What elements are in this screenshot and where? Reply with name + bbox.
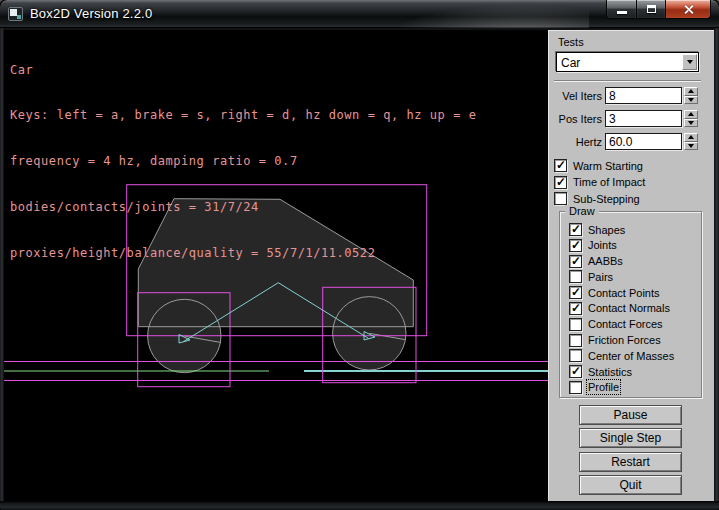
app-window: Box2D Version 2.2.0 bbox=[0, 0, 719, 510]
stat-line-bodies: bodies/contacts/joints = 31/7/24 bbox=[10, 200, 476, 215]
checkbox-label: Center of Masses bbox=[588, 350, 674, 362]
pos-iters-down-button[interactable] bbox=[684, 119, 698, 128]
hertz-row: Hertz 60.0 bbox=[549, 133, 698, 150]
close-button[interactable] bbox=[666, 0, 711, 19]
checkbox-label: Warm Starting bbox=[573, 160, 643, 172]
checkbox-box[interactable]: ✓ bbox=[569, 239, 582, 252]
vel-iters-down-button[interactable] bbox=[684, 96, 698, 105]
checkbox-box[interactable]: ✓ bbox=[554, 176, 567, 189]
checkbox-contact-points[interactable]: ✓ Contact Points bbox=[569, 286, 674, 299]
checkbox-label: Profile bbox=[588, 381, 619, 393]
checkbox-warm-starting[interactable]: ✓ Warm Starting bbox=[554, 159, 643, 172]
debug-stats-text: Car Keys: left = a, brake = s, right = d… bbox=[10, 32, 476, 292]
checkbox-label: Sub-Stepping bbox=[573, 193, 640, 205]
arrow-up-icon bbox=[688, 112, 694, 116]
caption-buttons bbox=[606, 0, 711, 19]
arrow-down-icon bbox=[688, 121, 694, 125]
window-border-right bbox=[714, 28, 719, 501]
checkbox-box[interactable]: ✓ bbox=[569, 286, 582, 299]
titlebar-gloss bbox=[369, 0, 589, 28]
arrow-down-icon bbox=[688, 144, 694, 148]
hertz-down-button[interactable] bbox=[684, 142, 698, 151]
simulation-canvas[interactable]: Car Keys: left = a, brake = s, right = d… bbox=[4, 30, 548, 501]
hertz-up-button[interactable] bbox=[684, 133, 698, 142]
tests-dropdown-value: Car bbox=[561, 56, 580, 70]
checkbox-contact-normals[interactable]: ✓ Contact Normals bbox=[569, 302, 674, 315]
checkbox-label: Shapes bbox=[588, 224, 625, 236]
app-icon bbox=[8, 7, 23, 21]
checkbox-label: Contact Points bbox=[588, 287, 660, 299]
window-border-bottom bbox=[0, 501, 719, 510]
checkbox-statistics[interactable]: ✓ Statistics bbox=[569, 365, 674, 378]
checkbox-sub-stepping[interactable]: ✓ Sub-Stepping bbox=[554, 192, 640, 205]
vel-iters-up-button[interactable] bbox=[684, 87, 698, 96]
close-icon bbox=[683, 4, 694, 15]
checkbox-box[interactable]: ✓ bbox=[569, 223, 582, 236]
stat-line-keys: Keys: left = a, brake = s, right = d, hz… bbox=[10, 108, 476, 123]
checkbox-friction-forces[interactable]: ✓ Friction Forces bbox=[569, 334, 674, 347]
checkbox-label: Statistics bbox=[588, 366, 632, 378]
checkbox-shapes[interactable]: ✓ Shapes bbox=[569, 223, 674, 236]
checkbox-box[interactable]: ✓ bbox=[569, 318, 582, 331]
checkbox-label: Contact Forces bbox=[588, 318, 663, 330]
chevron-down-icon bbox=[687, 60, 693, 64]
tests-dropdown[interactable]: Car bbox=[556, 52, 699, 72]
checkbox-box[interactable]: ✓ bbox=[554, 192, 567, 205]
window-title: Box2D Version 2.2.0 bbox=[30, 6, 152, 21]
checkbox-contact-forces[interactable]: ✓ Contact Forces bbox=[569, 318, 674, 331]
hertz-input[interactable]: 60.0 bbox=[605, 133, 682, 150]
pause-button[interactable]: Pause bbox=[579, 405, 682, 425]
dropdown-arrow-button[interactable] bbox=[682, 54, 697, 70]
check-mark-icon: ✓ bbox=[571, 301, 581, 315]
title-bar[interactable]: Box2D Version 2.2.0 bbox=[0, 0, 719, 28]
pos-iters-input[interactable]: 3 bbox=[605, 110, 682, 127]
check-mark-icon: ✓ bbox=[556, 175, 566, 189]
iteration-spinners: Vel Iters 8 Pos Iters 3 Hert bbox=[549, 87, 698, 156]
checkbox-label: Joints bbox=[588, 239, 617, 251]
tests-label: Tests bbox=[558, 36, 584, 48]
check-mark-icon: ✓ bbox=[556, 158, 566, 172]
draw-group: Draw ✓ Shapes ✓ Joints ✓ AABBs bbox=[559, 211, 702, 398]
check-mark-icon: ✓ bbox=[571, 364, 581, 378]
hertz-label: Hertz bbox=[549, 136, 605, 148]
checkbox-time-of-impact[interactable]: ✓ Time of Impact bbox=[554, 176, 645, 189]
checkbox-pairs[interactable]: ✓ Pairs bbox=[569, 270, 674, 283]
checkbox-box[interactable]: ✓ bbox=[554, 159, 567, 172]
draw-group-title: Draw bbox=[565, 205, 599, 217]
minimize-button[interactable] bbox=[606, 0, 637, 19]
vel-iters-stepper bbox=[684, 87, 698, 104]
separator-line bbox=[554, 80, 701, 82]
check-mark-icon: ✓ bbox=[571, 238, 581, 252]
arrow-down-icon bbox=[688, 98, 694, 102]
checkbox-box[interactable]: ✓ bbox=[569, 255, 582, 268]
pos-iters-stepper bbox=[684, 110, 698, 127]
stat-line-title: Car bbox=[10, 63, 476, 78]
checkbox-label: Pairs bbox=[588, 271, 613, 283]
pos-iters-up-button[interactable] bbox=[684, 110, 698, 119]
checkbox-label: Contact Normals bbox=[588, 302, 670, 314]
quit-button[interactable]: Quit bbox=[579, 475, 682, 495]
checkbox-box[interactable]: ✓ bbox=[569, 334, 582, 347]
hertz-stepper bbox=[684, 133, 698, 150]
restart-button[interactable]: Restart bbox=[579, 452, 682, 472]
checkbox-box[interactable]: ✓ bbox=[569, 349, 582, 362]
single-step-button[interactable]: Single Step bbox=[579, 428, 682, 448]
checkbox-center-of-masses[interactable]: ✓ Center of Masses bbox=[569, 349, 674, 362]
checkbox-box[interactable]: ✓ bbox=[569, 365, 582, 378]
vel-iters-label: Vel Iters bbox=[549, 90, 605, 102]
checkbox-box[interactable]: ✓ bbox=[569, 381, 582, 394]
checkbox-box[interactable]: ✓ bbox=[569, 302, 582, 315]
stat-line-frequency: frequency = 4 hz, damping ratio = 0.7 bbox=[10, 154, 476, 169]
control-panel: Tests Car Vel Iters 8 Pos I bbox=[548, 30, 714, 501]
checkbox-aabbs[interactable]: ✓ AABBs bbox=[569, 255, 674, 268]
wheel-right bbox=[333, 297, 406, 370]
vel-iters-input[interactable]: 8 bbox=[605, 87, 682, 104]
check-mark-icon: ✓ bbox=[571, 254, 581, 268]
checkbox-profile[interactable]: ✓ Profile bbox=[569, 381, 674, 394]
checkbox-label: Time of Impact bbox=[573, 176, 645, 188]
pos-iters-label: Pos Iters bbox=[549, 113, 605, 125]
maximize-button[interactable] bbox=[637, 0, 666, 19]
checkbox-box[interactable]: ✓ bbox=[569, 270, 582, 283]
draw-options: ✓ Shapes ✓ Joints ✓ AABBs ✓ Pairs bbox=[569, 223, 674, 397]
checkbox-joints[interactable]: ✓ Joints bbox=[569, 239, 674, 252]
